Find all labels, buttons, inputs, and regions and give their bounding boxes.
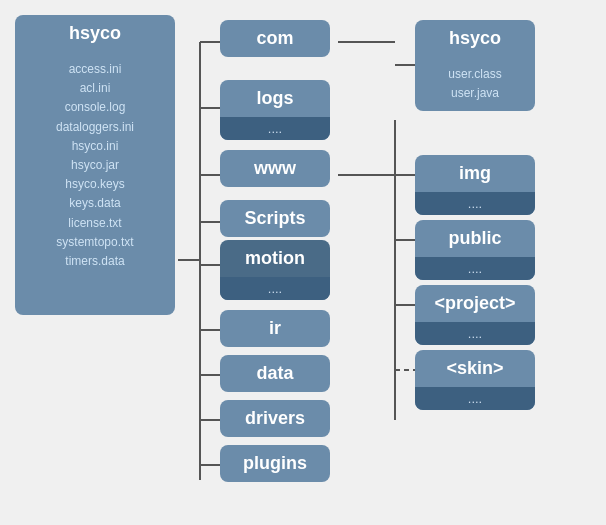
project-label: <project>: [415, 285, 535, 322]
node-ir: ir: [220, 310, 330, 347]
node-scripts: Scripts: [220, 200, 330, 237]
www-label: www: [220, 150, 330, 187]
hsyco-root-files: access.iniacl.iniconsole.logdataloggers.…: [15, 52, 175, 279]
ir-label: ir: [220, 310, 330, 347]
node-hsyco-root: hsyco access.iniacl.iniconsole.logdatalo…: [15, 15, 175, 315]
node-motion: motion ....: [220, 240, 330, 300]
data-label: data: [220, 355, 330, 392]
logs-label: logs: [220, 80, 330, 117]
hsyco-child-label: hsyco: [415, 20, 535, 57]
skin-label: <skin>: [415, 350, 535, 387]
node-logs: logs ....: [220, 80, 330, 140]
project-sub: ....: [415, 322, 535, 345]
node-skin: <skin> ....: [415, 350, 535, 410]
drivers-label: drivers: [220, 400, 330, 437]
plugins-label: plugins: [220, 445, 330, 482]
node-project: <project> ....: [415, 285, 535, 345]
node-plugins: plugins: [220, 445, 330, 482]
motion-sub: ....: [220, 277, 330, 300]
diagram: hsyco access.iniacl.iniconsole.logdatalo…: [0, 0, 606, 525]
node-hsyco-child: hsyco user.classuser.java: [415, 20, 535, 111]
node-public: public ....: [415, 220, 535, 280]
hsyco-child-files: user.classuser.java: [415, 57, 535, 111]
logs-sub: ....: [220, 117, 330, 140]
public-sub: ....: [415, 257, 535, 280]
skin-sub: ....: [415, 387, 535, 410]
img-label: img: [415, 155, 535, 192]
scripts-label: Scripts: [220, 200, 330, 237]
img-sub: ....: [415, 192, 535, 215]
node-drivers: drivers: [220, 400, 330, 437]
hsyco-root-label: hsyco: [15, 15, 175, 52]
com-label: com: [220, 20, 330, 57]
node-data: data: [220, 355, 330, 392]
public-label: public: [415, 220, 535, 257]
motion-label: motion: [220, 240, 330, 277]
node-www: www: [220, 150, 330, 187]
node-com: com: [220, 20, 330, 57]
node-img: img ....: [415, 155, 535, 215]
